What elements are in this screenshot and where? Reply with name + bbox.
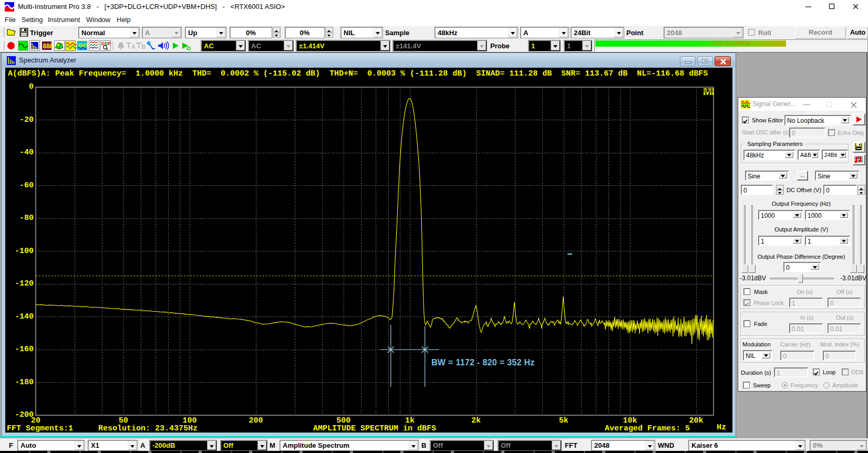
svg-text:B: B — [141, 44, 146, 50]
svg-text:A: A — [131, 44, 136, 50]
svg-text:888: 888 — [43, 43, 54, 50]
svg-text:DDP: DDP — [101, 41, 111, 46]
svg-text:DUT: DUT — [78, 43, 88, 48]
